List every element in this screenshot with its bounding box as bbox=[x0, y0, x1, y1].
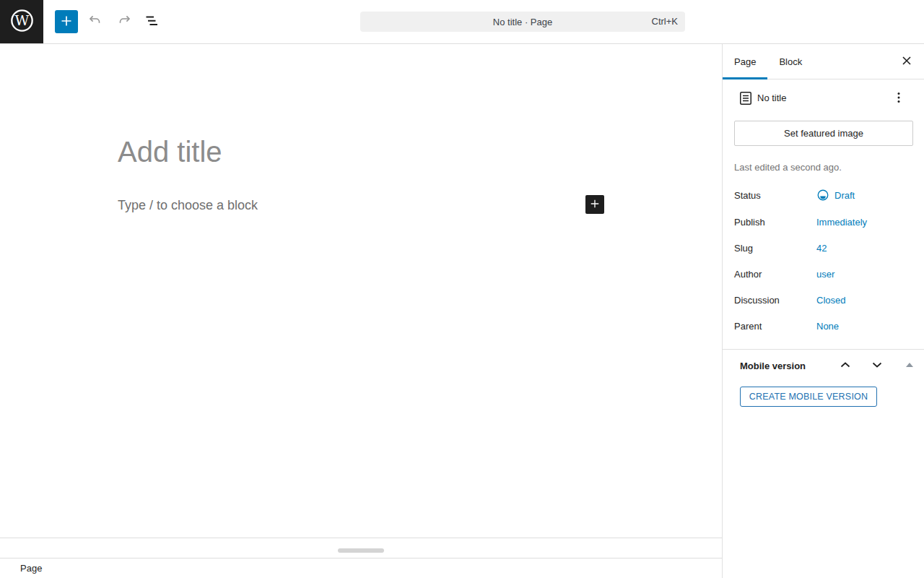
publish-toggle[interactable]: Immediately bbox=[816, 217, 867, 228]
mobile-version-panel-title: Mobile version bbox=[740, 361, 806, 371]
row-label: Parent bbox=[734, 321, 816, 332]
row-label: Discussion bbox=[734, 295, 816, 306]
summary-row-slug: Slug 42 bbox=[734, 241, 913, 255]
command-shortcut-label: Ctrl+K bbox=[652, 12, 678, 32]
sidebar-tabs: Page Block bbox=[723, 44, 924, 79]
undo-button[interactable] bbox=[84, 10, 107, 33]
empty-block-row[interactable]: Type / to choose a block bbox=[118, 194, 605, 216]
summary-row-parent: Parent None bbox=[734, 319, 913, 333]
block-inserter-toggle-button[interactable] bbox=[55, 10, 78, 33]
wordpress-logo-icon: W bbox=[9, 7, 35, 37]
plus-icon bbox=[58, 12, 75, 32]
panel-divider bbox=[723, 349, 924, 350]
set-featured-image-button[interactable]: Set featured image bbox=[734, 121, 913, 146]
command-bar[interactable]: No title · Page Ctrl+K bbox=[360, 12, 685, 32]
document-overview-button[interactable] bbox=[141, 10, 165, 33]
page-document-icon bbox=[737, 90, 754, 110]
list-view-icon bbox=[144, 12, 162, 32]
last-edited-text: Last edited a second ago. bbox=[734, 160, 842, 175]
status-value: Draft bbox=[834, 190, 855, 201]
resize-drag-handle[interactable] bbox=[338, 548, 384, 553]
wordpress-logo-button[interactable]: W bbox=[0, 0, 43, 43]
tab-block[interactable]: Block bbox=[767, 44, 814, 79]
author-toggle[interactable]: user bbox=[816, 269, 834, 280]
parent-toggle[interactable]: None bbox=[816, 321, 839, 332]
plus-icon bbox=[588, 197, 601, 212]
kebab-menu-icon bbox=[890, 89, 907, 108]
sidebar-document-title: No title bbox=[757, 91, 786, 105]
close-sidebar-button[interactable] bbox=[895, 50, 918, 73]
slug-toggle[interactable]: 42 bbox=[816, 243, 827, 254]
summary-row-author: Author user bbox=[734, 267, 913, 281]
row-label: Publish bbox=[734, 217, 816, 228]
undo-icon bbox=[87, 12, 104, 32]
status-toggle[interactable]: Draft bbox=[816, 189, 855, 202]
tab-page[interactable]: Page bbox=[723, 44, 767, 79]
metabox-move-down-button[interactable] bbox=[868, 357, 886, 374]
chevron-down-icon bbox=[868, 356, 886, 376]
summary-row-status: Status Draft bbox=[734, 188, 913, 202]
svg-text:W: W bbox=[14, 12, 29, 28]
editor-footer-bar: Page bbox=[0, 558, 722, 578]
create-mobile-version-button[interactable]: CREATE MOBILE VERSION bbox=[740, 387, 877, 407]
editor-canvas: Add title Type / to choose a block bbox=[0, 44, 722, 538]
wordpress-block-editor: W bbox=[0, 0, 924, 578]
document-title-label: No title · Page bbox=[493, 17, 552, 27]
summary-row-discussion: Discussion Closed bbox=[734, 293, 913, 307]
draft-status-icon bbox=[816, 189, 829, 202]
canvas-resize-strip bbox=[0, 538, 722, 558]
summary-row-publish: Publish Immediately bbox=[734, 215, 913, 229]
editor-top-bar: W bbox=[0, 0, 924, 44]
page-actions-menu-button[interactable] bbox=[887, 90, 910, 107]
redo-button[interactable] bbox=[113, 10, 136, 33]
settings-sidebar: Page Block No title Set featu bbox=[722, 44, 924, 578]
metabox-toggle-triangle-icon[interactable] bbox=[906, 363, 913, 367]
row-label: Slug bbox=[734, 243, 816, 254]
row-label: Author bbox=[734, 269, 816, 280]
chevron-up-icon bbox=[837, 356, 854, 376]
post-title-input[interactable]: Add title bbox=[118, 137, 605, 167]
discussion-toggle[interactable]: Closed bbox=[816, 295, 845, 306]
close-icon bbox=[898, 52, 915, 72]
row-label: Status bbox=[734, 190, 816, 201]
block-appender-placeholder[interactable]: Type / to choose a block bbox=[118, 198, 258, 213]
breadcrumb[interactable]: Page bbox=[20, 558, 42, 578]
metabox-move-up-button[interactable] bbox=[837, 357, 854, 374]
redo-icon bbox=[116, 12, 133, 32]
block-appender-plus-button[interactable] bbox=[585, 195, 604, 214]
